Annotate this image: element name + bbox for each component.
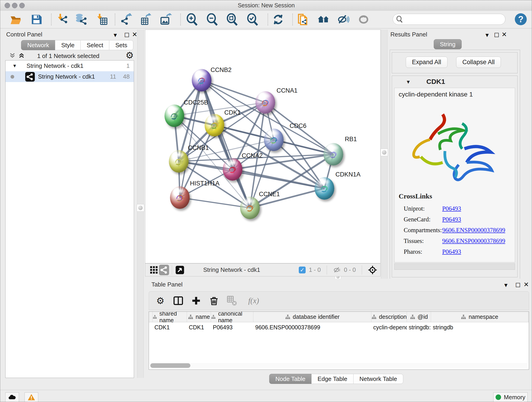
tab-string[interactable]: String [434,39,462,49]
collapse-all-icon[interactable] [9,52,16,60]
expand-all-icon[interactable] [18,52,25,60]
section-expander-icon[interactable]: ▼ [406,79,411,85]
node-cdc6[interactable] [264,128,284,151]
clone-network-icon[interactable] [296,13,310,26]
crosslink-link[interactable]: P06493 [442,248,461,255]
add-column-icon[interactable] [190,294,203,307]
node-rb1[interactable] [323,143,343,166]
crosslink-link[interactable]: 9606.ENSP00000378699 [442,237,505,245]
column-header-name[interactable]: name [187,312,211,322]
float-panel-icon[interactable]: ▾ [486,32,489,38]
node-cdc25b[interactable] [165,104,184,127]
show-graphics-icon[interactable] [357,13,370,26]
show-columns-icon[interactable] [172,294,185,307]
toolbar-search[interactable] [393,14,505,25]
node-ccna2[interactable] [223,158,242,181]
tab-node-table[interactable]: Node Table [269,374,312,384]
open-session-icon[interactable] [9,13,23,26]
node-cdkn1a[interactable] [315,177,334,200]
export-table-icon[interactable] [139,13,152,26]
left-splitter[interactable] [137,30,144,378]
import-table-icon[interactable] [95,13,109,26]
tab-style[interactable]: Style [55,40,81,50]
maximize-panel-icon[interactable]: ◻ [494,32,499,38]
export-network-icon[interactable] [119,13,133,26]
table-options-gear-icon[interactable]: ⚙ [154,294,167,307]
node-ccnb1[interactable] [169,150,189,172]
node-ccne1[interactable] [240,197,260,219]
network-row[interactable]: String Network - cdk1 11 48 [6,71,134,82]
cell--id[interactable]: stringdb:9... [407,324,431,331]
memory-button[interactable]: Memory [493,392,528,402]
zoom-out-icon[interactable] [206,13,219,26]
detach-view-icon[interactable] [175,265,185,275]
section-scrollbar[interactable] [394,263,515,270]
maximize-panel-icon[interactable]: ◻ [515,281,520,288]
search-input[interactable] [403,16,500,23]
export-image-icon[interactable] [159,13,172,26]
network-canvas[interactable]: CCNB2CCNA1CDC25BCDK1CDC6RB1CCNB1CCNA2CDK… [145,30,380,263]
cell-description[interactable]: cyclin-dependent ... [371,324,407,331]
node-ccna1[interactable] [255,91,275,114]
warnings-button[interactable] [25,392,38,402]
edge-CCNE1-CCNB2[interactable] [202,80,250,208]
column-header-shared-name[interactable]: shared name [152,312,187,322]
tree-expander-icon[interactable]: ▼ [12,63,17,69]
refresh-icon[interactable] [271,13,285,26]
maximize-panel-icon[interactable]: ◻ [124,32,129,38]
column-namespace-icon [152,314,157,320]
close-panel-icon[interactable]: ✕ [524,281,529,288]
tab-sets[interactable]: Sets [109,40,133,50]
help-button[interactable]: ? [515,13,527,25]
network-collection-row[interactable]: ▼ String Network - cdk1 1 [6,61,134,71]
hide-unhide-icon[interactable] [336,13,350,26]
right-splitter-knob[interactable] [380,149,388,156]
left-splitter-knob[interactable] [137,204,144,211]
collapse-all-button[interactable]: Collapse All [456,57,501,68]
column-header-namespace[interactable]: namespace [431,312,528,322]
column-header-database-identifier[interactable]: database identifier [253,312,371,322]
crosslink-link[interactable]: 9606.ENSP00000378699 [442,227,505,234]
crosslink-link[interactable]: P06493 [442,205,461,212]
home-networks-icon[interactable] [317,13,330,26]
crosslink-label: Uniprot: [404,205,442,212]
crosslink-link[interactable]: P06493 [442,216,461,223]
zoom-selected-icon[interactable] [246,13,260,26]
network-options-gear-icon[interactable]: ⚙ [126,51,134,60]
tab-select[interactable]: Select [80,40,109,50]
close-panel-icon[interactable]: ✕ [501,32,507,38]
scrollbar-thumb[interactable] [150,363,190,368]
node-hist1h1a[interactable] [170,186,190,209]
fit-selected-crosshair-icon[interactable] [368,265,377,274]
cell-name[interactable]: CDK1 [187,324,211,331]
cell-shared-name[interactable]: CDK1 [152,324,187,331]
column-header-canonical-name[interactable]: canonical name [211,312,253,322]
tab-network[interactable]: Network [21,40,55,50]
cell-canonical-name[interactable]: P06493 [211,324,253,331]
cloud-button[interactable] [5,392,19,402]
zoom-fit-icon[interactable] [225,13,239,26]
birdseye-grid-icon[interactable] [149,265,159,275]
import-network-from-database-icon[interactable] [74,13,88,26]
delete-column-icon[interactable] [208,294,220,307]
save-session-icon[interactable] [30,13,43,26]
float-panel-icon[interactable]: ▾ [504,282,507,288]
float-panel-icon[interactable]: ▾ [114,32,117,38]
node-ccnb2[interactable] [192,69,211,91]
zoom-in-icon[interactable] [185,13,199,26]
network-overview-icon[interactable] [159,265,169,275]
edge-CCNE1-HIST1H1A[interactable] [180,198,250,208]
expand-all-button[interactable]: Expand All [406,57,447,68]
column-header--id[interactable]: @id [407,312,431,322]
table-row[interactable]: CDK1CDK1P064939606.ENSP00000378699cyclin… [149,322,529,332]
cell-database-identifier[interactable]: 9606.ENSP00000378699 [253,324,371,331]
node-cdk1[interactable] [205,114,224,136]
cell-namespace[interactable]: stringdb [431,324,528,331]
column-header-description[interactable]: description [371,312,407,322]
import-network-icon[interactable] [55,13,69,26]
tab-edge-table[interactable]: Edge Table [311,374,354,384]
close-panel-icon[interactable]: ✕ [132,32,137,38]
selected-checkbox[interactable]: ✓ [299,267,306,274]
tab-network-table[interactable]: Network Table [353,374,403,384]
table-horizontal-scrollbar[interactable] [150,363,527,368]
